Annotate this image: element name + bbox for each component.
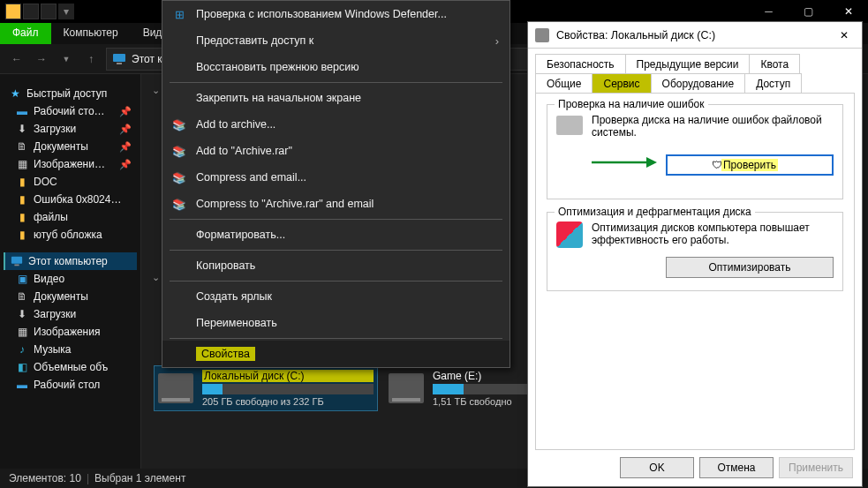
ok-button[interactable]: OK: [620, 457, 694, 478]
drive-c-name: Локальный диск (C:): [202, 370, 374, 382]
winrar-icon: 📚: [171, 196, 187, 212]
dialog-button-row: OK Отмена Применить: [528, 457, 862, 487]
tab-sharing[interactable]: Доступ: [744, 73, 802, 94]
ribbon-tab-computer[interactable]: Компьютер: [51, 23, 131, 44]
documents-icon: 🗎: [16, 140, 28, 153]
ctx-rename[interactable]: Переименовать: [162, 310, 509, 336]
optimize-button[interactable]: Оптимизировать: [666, 257, 834, 278]
sidebar-item-documents[interactable]: 🗎Документы📌: [4, 138, 137, 155]
properties-dialog: Свойства: Локальный диск (C:) ✕ Безопасн…: [527, 21, 863, 487]
expand-chevron-icon[interactable]: ⌄: [152, 85, 160, 96]
close-button[interactable]: ✕: [828, 0, 868, 23]
drive-icon: [158, 373, 193, 403]
sidebar-this-pc[interactable]: Этот компьютер: [4, 252, 137, 270]
thispc-icon: [11, 255, 23, 267]
drive-c-free-text: 205 ГБ свободно из 232 ГБ: [202, 396, 374, 407]
minimize-button[interactable]: ─: [749, 0, 789, 23]
video-icon: ▣: [16, 273, 28, 285]
sidebar-item-folder[interactable]: ▮ютуб обложка: [4, 226, 137, 244]
drive-icon: [556, 116, 583, 135]
group-title: Проверка на наличие ошибок: [555, 98, 708, 110]
svg-rect-0: [113, 54, 125, 62]
dialog-tabs: Безопасность Предыдущие версии Квота Общ…: [528, 49, 862, 93]
back-button[interactable]: ←: [7, 49, 26, 69]
sidebar-item-documents[interactable]: 🗎Документы: [4, 288, 137, 305]
tab-general[interactable]: Общие: [535, 73, 593, 94]
ctx-format[interactable]: Форматировать...: [162, 221, 509, 248]
thispc-icon: [112, 52, 126, 66]
annotation-arrow-icon: [590, 154, 657, 173]
chevron-right-icon: ›: [495, 34, 499, 48]
up-button[interactable]: ↑: [81, 49, 101, 69]
defrag-group: Оптимизация и дефрагментация диска Оптим…: [547, 212, 843, 291]
check-button[interactable]: Проверить: [666, 154, 834, 176]
history-dropdown[interactable]: ▼: [57, 49, 76, 69]
forward-button[interactable]: →: [32, 49, 51, 69]
ctx-compress-email[interactable]: 📚Compress and email...: [162, 164, 509, 191]
sidebar-item-downloads[interactable]: ⬇Загрузки: [4, 305, 137, 323]
tab-security[interactable]: Безопасность: [535, 54, 626, 74]
qat-icon[interactable]: [41, 4, 57, 19]
dialog-close-button[interactable]: ✕: [834, 25, 855, 46]
ctx-defender[interactable]: ⊞Проверка с использованием Windows Defen…: [162, 1, 509, 27]
qat-icon[interactable]: [23, 4, 39, 19]
dialog-titlebar[interactable]: Свойства: Локальный диск (C:) ✕: [528, 22, 862, 49]
tab-tools[interactable]: Сервис: [592, 73, 651, 94]
winrar-icon: 📚: [171, 169, 187, 185]
maximize-button[interactable]: ▢: [789, 0, 828, 23]
sidebar-quick-access[interactable]: ★ Быстрый доступ: [4, 85, 137, 102]
expand-chevron-icon[interactable]: ⌄: [152, 272, 160, 283]
ctx-add-rar[interactable]: 📚Add to "Archive.rar": [162, 138, 509, 164]
navigation-pane: ★ Быстрый доступ ▬Рабочий сто…📌 ⬇Загрузк…: [0, 74, 141, 469]
sidebar-item-downloads[interactable]: ⬇Загрузки📌: [4, 120, 137, 138]
ctx-properties[interactable]: Свойства: [162, 341, 509, 367]
address-text: Этот к: [132, 53, 162, 65]
apply-button[interactable]: Применить: [779, 457, 853, 478]
pin-icon: 📌: [119, 141, 132, 153]
shield-icon: ⊞: [171, 6, 187, 22]
ctx-pin-start[interactable]: Закрепить на начальном экране: [162, 85, 509, 111]
winrar-icon: 📚: [171, 116, 187, 132]
winrar-icon: 📚: [171, 143, 187, 159]
tab-hardware[interactable]: Оборудование: [651, 73, 746, 94]
sidebar-item-folder[interactable]: ▮файлы: [4, 208, 137, 226]
sidebar-item-3dobjects[interactable]: ◧Объемные объ: [4, 358, 137, 376]
ctx-copy[interactable]: Копировать: [162, 252, 509, 279]
separator: [170, 338, 502, 339]
sidebar-item-folder[interactable]: ▮Ошибка 0x8024…: [4, 191, 137, 208]
separator: [170, 281, 502, 282]
folder-icon: ▮: [16, 193, 28, 206]
sidebar-item-videos[interactable]: ▣Видео: [4, 270, 137, 288]
optimize-icon: [556, 221, 583, 248]
error-check-group: Проверка на наличие ошибок Проверка диск…: [547, 104, 843, 199]
drive-c[interactable]: Локальный диск (C:) 205 ГБ свободно из 2…: [154, 365, 378, 411]
cancel-button[interactable]: Отмена: [699, 457, 774, 478]
ctx-create-shortcut[interactable]: Создать ярлык: [162, 283, 509, 310]
sidebar-item-pictures[interactable]: ▦Изображения: [4, 323, 137, 341]
qat-dropdown[interactable]: ▾: [58, 4, 74, 19]
ctx-restore-version[interactable]: Восстановить прежнюю версию: [162, 54, 509, 80]
desktop-icon: ▬: [16, 379, 28, 391]
tab-quota[interactable]: Квота: [749, 54, 800, 74]
ctx-compress-rar-email[interactable]: 📚Compress to "Archive.rar" and email: [162, 191, 509, 217]
svg-marker-5: [646, 157, 657, 168]
sidebar-item-music[interactable]: ♪Музыка: [4, 341, 137, 358]
sidebar-item-desktop[interactable]: ▬Рабочий стол: [4, 376, 137, 394]
qat-icon[interactable]: [5, 4, 21, 19]
separator: [170, 82, 502, 83]
download-icon: ⬇: [16, 123, 28, 135]
drive-icon: [535, 28, 549, 42]
sidebar-item-desktop[interactable]: ▬Рабочий сто…📌: [4, 102, 137, 120]
music-icon: ♪: [16, 343, 28, 356]
pictures-icon: ▦: [16, 326, 28, 338]
ctx-share[interactable]: Предоставить доступ к›: [162, 27, 509, 54]
window-controls: ─ ▢ ✕: [749, 0, 868, 23]
ctx-add-archive[interactable]: 📚Add to archive...: [162, 111, 509, 138]
sidebar-item-folder[interactable]: ▮DOC: [4, 173, 137, 191]
drive-icon: [389, 373, 424, 403]
dialog-title: Свойства: Локальный диск (C:): [556, 29, 715, 41]
ribbon-tab-file[interactable]: Файл: [0, 23, 51, 44]
sidebar-item-pictures[interactable]: ▦Изображени…📌: [4, 155, 137, 173]
tab-previous-versions[interactable]: Предыдущие версии: [625, 54, 751, 74]
pin-icon: 📌: [119, 106, 132, 117]
